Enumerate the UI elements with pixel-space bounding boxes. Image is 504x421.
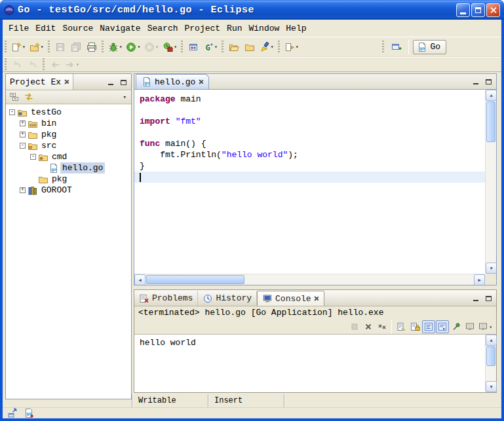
menu-navigate[interactable]: Navigate xyxy=(96,22,144,35)
code-line-5[interactable]: func main() { xyxy=(134,138,485,149)
tab-project-explorer[interactable]: Project Ex xyxy=(6,74,73,90)
pin-console-button[interactable] xyxy=(450,320,463,333)
menu-project[interactable]: Project xyxy=(181,22,223,35)
save-all-button[interactable] xyxy=(68,39,84,55)
expand-icon[interactable]: + xyxy=(20,132,26,137)
previous-edit-button[interactable] xyxy=(9,57,25,73)
new-go-element-button[interactable]: ▾ xyxy=(28,39,46,55)
go-application-button[interactable] xyxy=(185,39,201,55)
last-edit-location-button[interactable] xyxy=(25,57,41,73)
toolbar-grip[interactable] xyxy=(43,58,45,71)
scrollbar-thumb[interactable] xyxy=(486,346,495,366)
toolbar-grip[interactable] xyxy=(48,41,50,54)
dropdown-arrow-icon[interactable]: ▾ xyxy=(214,44,218,50)
console-output-area[interactable]: hello world ▲ ▼ xyxy=(134,334,496,392)
dropdown-arrow-icon[interactable]: ▾ xyxy=(119,44,123,50)
collapse-icon[interactable]: - xyxy=(20,143,26,149)
toolbar-grip[interactable] xyxy=(5,58,7,71)
tree-item-pkg[interactable]: pkg xyxy=(7,174,131,185)
display-selected-console-button[interactable] xyxy=(463,320,476,333)
minimize-button[interactable] xyxy=(456,3,470,17)
scroll-up-button[interactable]: ▲ xyxy=(486,90,496,101)
search-button[interactable]: ▾ xyxy=(258,39,276,55)
tree-item-pkg[interactable]: +pkg xyxy=(7,129,131,140)
toolbar-grip[interactable] xyxy=(222,41,223,54)
scroll-down-button[interactable]: ▼ xyxy=(486,263,496,274)
collapse-all-button[interactable] xyxy=(8,91,21,103)
close-tab-icon[interactable] xyxy=(314,296,319,301)
code-line-4[interactable] xyxy=(134,127,485,138)
dropdown-arrow-icon[interactable]: ▾ xyxy=(137,44,140,50)
titlebar[interactable]: Go - testGo/src/cmd/hello.go - Eclipse xyxy=(0,0,504,20)
close-tab-icon[interactable] xyxy=(198,79,203,84)
scroll-left-button[interactable]: ◀ xyxy=(134,274,145,285)
tab-hello-go[interactable]: go hello.go xyxy=(136,74,209,89)
terminate-button[interactable] xyxy=(348,320,361,333)
toolbar-grip[interactable] xyxy=(278,41,280,54)
scroll-up-button[interactable]: ▲ xyxy=(486,335,497,346)
dropdown-arrow-icon[interactable]: ▾ xyxy=(296,44,299,50)
tree-item-GOROOT[interactable]: +GOROOT xyxy=(7,185,131,196)
scroll-right-button[interactable]: ▶ xyxy=(474,274,485,285)
show-on-output-button[interactable] xyxy=(436,320,449,333)
minimize-view-button[interactable] xyxy=(106,78,116,87)
dropdown-arrow-icon[interactable]: ▾ xyxy=(271,44,274,50)
tree-item-testGo[interactable]: -testGo xyxy=(7,107,131,118)
maximize-view-button[interactable] xyxy=(118,78,128,87)
import-resource-button[interactable] xyxy=(242,39,258,55)
code-area[interactable]: package mainimport "fmt"func main() { fm… xyxy=(134,90,485,274)
maximize-view-button[interactable] xyxy=(483,77,494,86)
minimize-view-button[interactable] xyxy=(471,77,481,86)
tab-history[interactable]: History xyxy=(198,291,257,306)
maximize-button[interactable] xyxy=(471,3,485,17)
tree-item-hello.go[interactable]: gohello.go xyxy=(7,162,131,174)
expand-icon[interactable]: + xyxy=(20,120,26,126)
dropdown-arrow-icon[interactable]: ▾ xyxy=(489,324,492,330)
maximize-view-button[interactable] xyxy=(483,294,494,303)
scrollbar-thumb[interactable] xyxy=(146,275,244,284)
external-tools-button[interactable]: ▾ xyxy=(161,39,179,55)
tree-item-cmd[interactable]: -cmd xyxy=(7,151,131,162)
dropdown-arrow-icon[interactable]: ▾ xyxy=(22,44,26,50)
dropdown-arrow-icon[interactable]: ▾ xyxy=(41,44,44,50)
new-go-file-button[interactable]: G▾ xyxy=(201,39,220,55)
print-button[interactable] xyxy=(84,39,100,55)
toolbar-grip[interactable] xyxy=(382,41,384,54)
editor-vertical-scrollbar[interactable]: ▲ ▼ xyxy=(485,90,496,274)
fast-view-button[interactable] xyxy=(6,407,19,419)
view-menu-button[interactable]: ▾ xyxy=(121,94,129,101)
collapse-icon[interactable]: - xyxy=(9,109,15,115)
dropdown-arrow-icon[interactable]: ▾ xyxy=(174,44,177,50)
link-with-editor-button[interactable] xyxy=(22,91,35,103)
save-button[interactable] xyxy=(52,39,68,55)
back-button[interactable] xyxy=(47,57,63,73)
menu-file[interactable]: File xyxy=(5,22,32,35)
open-folder-button[interactable] xyxy=(226,39,242,55)
tree-item-bin[interactable]: +010bin xyxy=(7,118,131,129)
scroll-lock-button[interactable] xyxy=(408,320,421,333)
remove-all-launches-button[interactable] xyxy=(376,320,389,333)
open-console-button[interactable]: ▾ xyxy=(477,320,493,333)
code-line-3[interactable]: import "fmt" xyxy=(134,116,485,127)
tab-console[interactable]: Console xyxy=(257,291,324,306)
word-wrap-button[interactable] xyxy=(422,320,435,333)
toolbar-grip[interactable] xyxy=(181,41,183,54)
menu-search[interactable]: Search xyxy=(144,22,182,35)
toolbar-grip[interactable] xyxy=(5,41,7,54)
expand-icon[interactable]: + xyxy=(20,187,26,193)
scrollbar-thumb[interactable] xyxy=(486,101,495,142)
menu-edit[interactable]: Edit xyxy=(32,22,59,35)
clear-console-button[interactable] xyxy=(395,320,408,333)
editor-horizontal-scrollbar[interactable]: ◀ ▶ xyxy=(134,274,485,285)
close-button[interactable] xyxy=(486,3,500,17)
tab-problems[interactable]: Problems xyxy=(134,291,198,306)
code-line-2[interactable] xyxy=(134,105,485,116)
perspective-go-button[interactable]: go Go xyxy=(413,40,446,54)
toolbar-grip[interactable] xyxy=(102,41,104,54)
collapse-icon[interactable]: - xyxy=(30,154,36,160)
code-line-6[interactable]: fmt.Println("hello world"); xyxy=(134,149,485,160)
menu-window[interactable]: Window xyxy=(246,22,283,35)
debug-button[interactable]: ▾ xyxy=(106,39,125,55)
run-button[interactable]: ▾ xyxy=(124,39,142,55)
open-perspective-button[interactable] xyxy=(389,39,404,55)
